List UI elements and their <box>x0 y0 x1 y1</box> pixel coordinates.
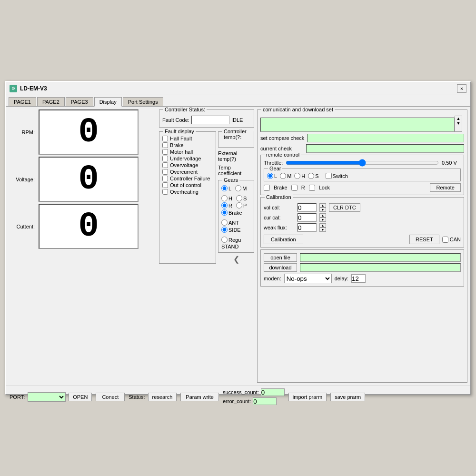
current-check-input[interactable] <box>306 144 464 153</box>
open-file-path-input[interactable] <box>300 253 461 262</box>
throttle-slider[interactable] <box>286 159 439 167</box>
clr-dtc-button[interactable]: CLR DTC <box>329 203 360 212</box>
gear-H-label: H <box>228 196 232 201</box>
vol-cal-up[interactable]: ▲ <box>319 203 326 208</box>
calibration-title: Calibration <box>265 194 293 200</box>
connect-button[interactable]: Conect <box>96 393 125 401</box>
tab-port-settings[interactable]: Port Settings <box>123 97 163 106</box>
fault-out-of-control: Out of control <box>162 182 213 188</box>
brake-check[interactable] <box>264 185 270 191</box>
moden-row: moden: No-ops delay: <box>264 274 461 283</box>
open-file-button[interactable]: open file <box>264 253 297 262</box>
tab-display[interactable]: Display <box>94 97 122 107</box>
cur-cal-down[interactable]: ▼ <box>319 218 326 222</box>
left-arrow-icon[interactable]: ❮ <box>233 255 239 264</box>
port-row: PORT: OPEN <box>10 392 92 402</box>
set-compare-input[interactable] <box>307 134 464 142</box>
gear-SIDE-radio[interactable] <box>221 227 228 233</box>
gear-S-radio[interactable] <box>236 195 242 201</box>
port-select[interactable] <box>28 392 66 402</box>
count-section: success_count: error_count: <box>223 388 285 405</box>
download-progress-input[interactable] <box>300 263 461 272</box>
reset-button[interactable]: RESET <box>409 235 439 244</box>
tab-page1[interactable]: PAGE1 <box>9 97 36 106</box>
scroll-up-icon[interactable]: ▲ <box>456 116 461 121</box>
weak-flux-up[interactable]: ▲ <box>319 223 326 228</box>
fault-code-input[interactable] <box>191 116 229 124</box>
app-icon: ⚙ <box>10 85 17 92</box>
gear-Regu-radio[interactable] <box>221 237 228 243</box>
current-check-label: current check <box>260 146 303 151</box>
gear-H: H <box>221 195 232 201</box>
gear-ANT-label: ANT <box>228 220 239 226</box>
lock-check[interactable] <box>309 185 315 191</box>
fault-overheat-check[interactable] <box>162 189 168 195</box>
fault-out-check[interactable] <box>162 182 168 188</box>
can-check-input[interactable] <box>442 237 448 243</box>
rpm-display: 0 <box>39 109 139 155</box>
delay-input[interactable] <box>351 274 366 283</box>
error-count-input[interactable] <box>253 397 277 405</box>
current-display: 0 <box>39 204 139 249</box>
vol-cal-input[interactable] <box>298 203 317 212</box>
fault-overcurrent-check[interactable] <box>162 169 168 175</box>
gear-H-radio[interactable] <box>221 195 228 201</box>
fault-overcurrent: Overcurrent <box>162 169 213 175</box>
download-button[interactable]: download <box>264 263 297 272</box>
save-button[interactable]: save prarm <box>330 393 365 401</box>
fault-brake-label: Brake <box>170 142 184 148</box>
remote-gear-L-label: L <box>274 173 277 179</box>
throttle-label: Throttle: <box>264 160 283 166</box>
fault-controller-check[interactable] <box>162 176 168 181</box>
gear-Brake-radio[interactable] <box>221 209 228 216</box>
remote-gear-L-radio[interactable] <box>267 173 273 179</box>
gear-R-radio[interactable] <box>221 202 228 208</box>
fault-motor-hall-check[interactable] <box>162 149 168 155</box>
open-button[interactable]: OPEN <box>69 393 92 401</box>
tab-page3[interactable]: PAGE3 <box>66 97 93 106</box>
gear-M-label: M <box>242 186 247 191</box>
remote-gear-H-radio[interactable] <box>294 173 300 179</box>
gear-P-radio[interactable] <box>236 202 242 208</box>
vol-cal-down[interactable]: ▼ <box>319 208 326 212</box>
fault-undervoltage-check[interactable] <box>162 156 168 161</box>
temp-gears-col: Controller temp(?: External temp(?) Temp… <box>218 131 254 264</box>
left-panel: RPM: 0 Voltage: 0 Cuttent: 0 <box>9 109 156 383</box>
controller-temp-title: Controller temp(?: <box>222 129 254 140</box>
comm-box: comunicatin and download set ▲ ▼ set com… <box>257 109 467 383</box>
tab-bar: PAGE1 PAGE2 PAGE3 Display Port Settings <box>6 95 470 107</box>
remote-button[interactable]: Remote <box>430 183 461 192</box>
fault-overheating: Overheating <box>162 189 213 195</box>
calibration-button[interactable]: Calibration <box>264 235 303 244</box>
success-count-input[interactable] <box>261 388 285 396</box>
weak-flux-down[interactable]: ▼ <box>319 228 326 232</box>
fault-hall-check[interactable] <box>162 136 168 141</box>
fault-controller-label: Controller Failure <box>170 176 210 181</box>
fault-brake-check[interactable] <box>162 142 168 148</box>
cur-cal-up[interactable]: ▲ <box>319 213 326 218</box>
window-title: LD-EM-V3 <box>20 85 47 92</box>
calibration-box: Calibration vol cal: ▲ ▼ CLR DTC cur cal… <box>260 197 464 248</box>
remote-gear-S-radio[interactable] <box>308 173 314 179</box>
import-button[interactable]: import prarm <box>288 393 327 401</box>
research-button[interactable]: research <box>148 393 177 401</box>
remote-gear-M-radio[interactable] <box>280 173 286 179</box>
moden-select[interactable]: No-ops <box>284 274 332 283</box>
gear-M-radio[interactable] <box>235 185 241 191</box>
weak-flux-input[interactable] <box>298 223 317 232</box>
scroll-area[interactable] <box>260 118 455 132</box>
param-write-button[interactable]: Param write <box>180 393 219 401</box>
remote-switch-check[interactable] <box>326 173 332 179</box>
gear-L-radio[interactable] <box>221 185 228 191</box>
r-check[interactable] <box>291 185 298 191</box>
scroll-buttons[interactable]: ▲ ▼ <box>455 116 462 132</box>
close-button[interactable]: × <box>457 84 466 93</box>
gear-ANT-radio[interactable] <box>221 219 228 226</box>
controller-status-title: Controller Status: <box>163 107 207 112</box>
fault-overvoltage-check[interactable] <box>162 162 168 168</box>
tab-page2[interactable]: PAGE2 <box>37 97 65 106</box>
main-window: ⚙ LD-EM-V3 × PAGE1 PAGE2 PAGE3 Display P… <box>5 81 471 395</box>
cur-cal-input[interactable] <box>298 213 317 222</box>
remote-gear-row: L M H S <box>267 173 457 179</box>
scroll-down-icon[interactable]: ▼ <box>456 121 461 126</box>
